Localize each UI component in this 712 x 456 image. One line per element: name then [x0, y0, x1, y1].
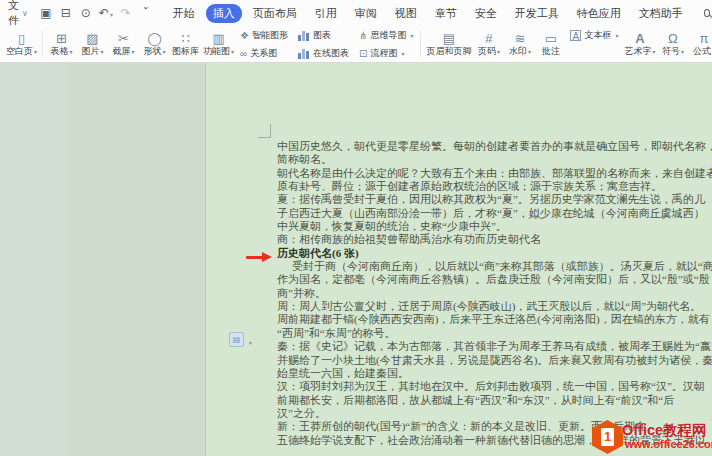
- ribbon-separator: [420, 31, 421, 57]
- text-line: 汉”之分。: [277, 407, 703, 420]
- file-menu[interactable]: 文件 ∨: [8, 0, 28, 28]
- chevron-down-icon: ˇ: [144, 6, 148, 20]
- insert-chart-button[interactable]: 图表: [298, 29, 349, 42]
- tab-home[interactable]: 开始: [166, 4, 202, 23]
- ribbon-group-diagrams: ❖智能图形 ∞关系图 图表 在线图表 ⋔思维导图: [240, 29, 413, 60]
- text-line: 秦：据《史记》记载，本为古部落，其首领非子为周孝王养马有成绩，被周孝王赐姓为“嬴…: [277, 340, 703, 353]
- ribbon-group-textbox: A文本框: [570, 29, 618, 60]
- save-button[interactable]: ▣: [38, 5, 54, 21]
- text-line: 历史朝代名(6 张): [277, 247, 703, 260]
- word-art-button[interactable]: A 艺术字: [622, 27, 657, 61]
- tab-special-apps[interactable]: 特色应用: [570, 4, 628, 23]
- ribbon-group-media: ⊞ 表格 ▨ 图片 ✂ 截屏 ◯ 形状: [46, 26, 236, 62]
- customize-toolbar-button[interactable]: ˇ: [138, 5, 154, 21]
- tab-section[interactable]: 章节: [428, 4, 464, 23]
- relationship-icon: ∞: [240, 48, 247, 59]
- header-footer-button[interactable]: ▤ 页眉和页脚: [424, 27, 473, 61]
- blank-page-icon: ▯: [18, 32, 25, 46]
- wps-writer-window: 文件 ∨ ▣ ⊟ ⊙ ↶ ↷ ˇ 开始 插入 页面布局: [0, 0, 712, 456]
- smart-graphics-icon: ❖: [240, 30, 249, 41]
- icon-library-icon: ∷: [181, 32, 189, 46]
- text-line: 商”并称。: [277, 287, 703, 300]
- text-line: 子启西迁大夏（山西南部汾浍一带）后，才称“夏”，姒少康在纶城（今河南商丘虞城西）: [277, 207, 703, 220]
- shapes-icon: ◯: [147, 32, 162, 46]
- redo-icon: ↷: [121, 6, 131, 20]
- tab-review[interactable]: 审阅: [348, 4, 384, 23]
- page-number-button[interactable]: # 页码: [473, 27, 504, 61]
- insert-table-button[interactable]: ⊞ 表格: [46, 27, 77, 61]
- header-footer-icon: ▤: [443, 32, 455, 46]
- insert-shapes-button[interactable]: ◯ 形状: [139, 27, 170, 61]
- redo-button[interactable]: ↷: [118, 5, 134, 21]
- document-area[interactable]: 中国历史悠久，朝代更是零星纷繁。每朝的创建者要首办的事就是确立国号，即朝代名称，…: [0, 63, 712, 456]
- watermark-url: www.office26.com: [625, 438, 712, 450]
- equation-button[interactable]: π 公式: [688, 27, 712, 61]
- menu-tabs: 开始 插入 页面布局 引用 审阅 视图 章节 安全 开发工具 特色应用 文档助手: [166, 4, 690, 23]
- function-diagram-button[interactable]: ▥ 功能图: [201, 27, 236, 61]
- chevron-down-icon: ∨: [22, 9, 28, 18]
- insert-picture-button[interactable]: ▨ 图片: [77, 27, 108, 61]
- smart-graphics-button[interactable]: ❖智能图形: [240, 29, 288, 42]
- comment-icon: ▭: [545, 32, 557, 46]
- tab-doc-assistant[interactable]: 文档助手: [632, 4, 690, 23]
- wordart-icon: A: [635, 32, 644, 46]
- flowchart-button[interactable]: ⊡流程图: [359, 47, 413, 60]
- print-button[interactable]: ⊟: [58, 5, 74, 21]
- text-line: 原有卦号、爵位；源于创建者原始政权统治的区域；源于宗族关系；寓意吉祥。: [277, 180, 703, 193]
- online-chart-icon: [298, 48, 310, 59]
- relationship-diagram-button[interactable]: ∞关系图: [240, 47, 288, 60]
- ribbon-insert: ▯ 空白页 ⊞ 表格 ▨ 图片 ✂ 截屏: [0, 26, 712, 63]
- screenshot-button[interactable]: ✂ 截屏: [108, 27, 139, 61]
- ribbon-group-page: ▯ 空白页: [4, 26, 39, 62]
- mind-map-icon: ⋔: [359, 30, 367, 41]
- find-button[interactable]: 查找: [704, 0, 712, 28]
- tab-references[interactable]: 引用: [308, 4, 344, 23]
- watermark-button[interactable]: ≋ 水印: [504, 27, 535, 61]
- text-line: 周：周人到古公亶父时，迁居于周原(今陕西岐山)，武王灭殷以后，就以“周”为朝代名…: [277, 300, 703, 313]
- symbol-button[interactable]: Ω 符号: [657, 27, 688, 61]
- undo-button[interactable]: ↶: [98, 5, 114, 21]
- text-line: 朝代名称是由什么决定的呢？大致有五个来由：由部族、部落联盟的名称而来，来自创建者: [277, 167, 703, 180]
- function-chart-icon: ▥: [212, 32, 224, 46]
- tab-page-layout[interactable]: 页面布局: [246, 4, 304, 23]
- text-line: 中国历史悠久，朝代更是零星纷繁。每朝的创建者要首办的事就是确立国号，即朝代名称，: [277, 140, 703, 153]
- text-line: 始皇统一六国，始建秦国。: [277, 367, 703, 380]
- paste-options-button[interactable]: ▤: [229, 332, 244, 347]
- tab-view[interactable]: 视图: [388, 4, 424, 23]
- tab-insert[interactable]: 插入: [206, 4, 242, 23]
- text-line: 周前期建都于镐(今陕西西安西南)，后来平王东迁洛邑(今河南洛阳)，因在镐的东方，…: [277, 313, 703, 326]
- tab-security[interactable]: 安全: [468, 4, 504, 23]
- margin-corner-mark: [258, 124, 271, 138]
- quick-access-toolbar: ▣ ⊟ ⊙ ↶ ↷ ˇ: [38, 5, 154, 21]
- formula-icon: π: [699, 32, 708, 46]
- tab-dev-tools[interactable]: 开发工具: [508, 4, 566, 23]
- screenshot-icon: ✂: [118, 32, 129, 46]
- text-line: 夏：据传禹曾受封于夏伯，因用以称其政权为“夏”。另据历史学家范文澜先生说，禹的儿: [277, 193, 703, 206]
- flowchart-icon: ⊡: [359, 48, 367, 59]
- text-line: 简称朝名。: [277, 153, 703, 166]
- online-chart-button[interactable]: 在线图表: [298, 47, 349, 60]
- page-number-icon: #: [485, 32, 492, 46]
- titlebar: 文件 ∨ ▣ ⊟ ⊙ ↶ ↷ ˇ 开始 插入 页面布局: [0, 0, 712, 26]
- symbol-icon: Ω: [668, 32, 678, 46]
- print-preview-icon: ⊙: [81, 6, 91, 20]
- comment-button[interactable]: ▭ 批注: [535, 27, 566, 61]
- mind-map-button[interactable]: ⋔思维导图: [359, 29, 413, 42]
- text-box-button[interactable]: A文本框: [570, 29, 618, 42]
- watermark-icon: ≋: [514, 32, 525, 46]
- file-menu-label: 文件: [8, 0, 19, 28]
- chart-icon: [298, 30, 310, 41]
- watermark: 1 Office教程网 www.office26.com: [592, 420, 712, 456]
- undo-icon: ↶: [99, 6, 109, 20]
- text-line: 中兴夏朝，恢复夏朝的统治，史称“少康中兴”。: [277, 220, 703, 233]
- table-icon: ⊞: [56, 32, 67, 46]
- text-line: “西周”和“东周”的称号。: [277, 327, 703, 340]
- icon-library-button[interactable]: ∷ 图标库: [170, 27, 201, 61]
- picture-icon: ▨: [86, 32, 98, 46]
- text-line: 商：相传商族的始祖契曾帮助禹治水有功而历史朝代名: [277, 233, 703, 246]
- text-line: 受封于商（今河南商丘南），以后就以“商”来称其部落（或部族）。汤灭夏后，就以“商…: [277, 260, 703, 273]
- print-preview-button[interactable]: ⊙: [78, 5, 94, 21]
- ribbon-group-page-elements: ▤ 页眉和页脚 # 页码 ≋ 水印 ▭ 批注: [424, 26, 566, 62]
- insert-blank-page-button[interactable]: ▯ 空白页: [4, 27, 39, 61]
- ribbon-group-text: A 艺术字 Ω 符号 π 公式: [622, 26, 712, 62]
